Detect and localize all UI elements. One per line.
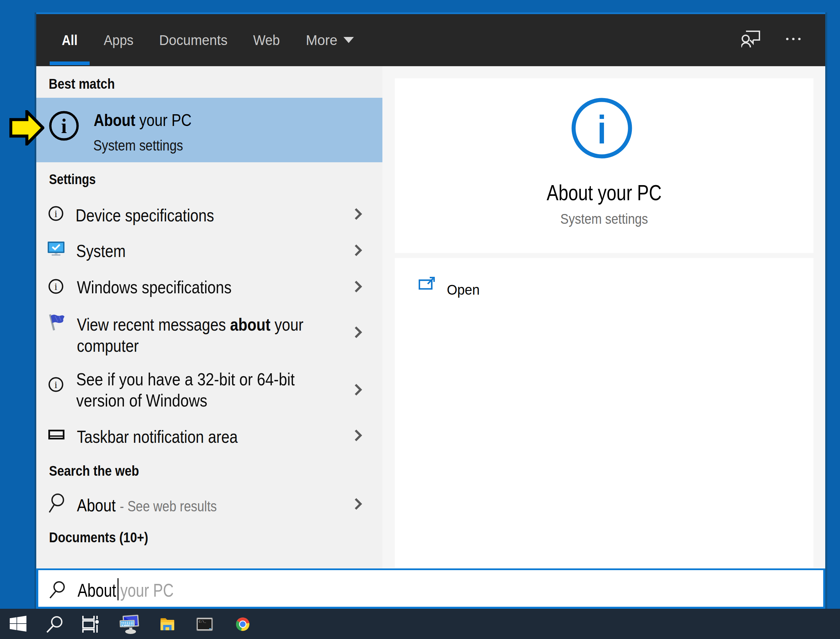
svg-text:i: i (54, 208, 57, 219)
svg-text:i: i (54, 379, 57, 390)
svg-text:C:\_: C:\_ (199, 620, 206, 623)
svg-text:i: i (54, 281, 57, 292)
svg-text:i: i (61, 114, 67, 137)
